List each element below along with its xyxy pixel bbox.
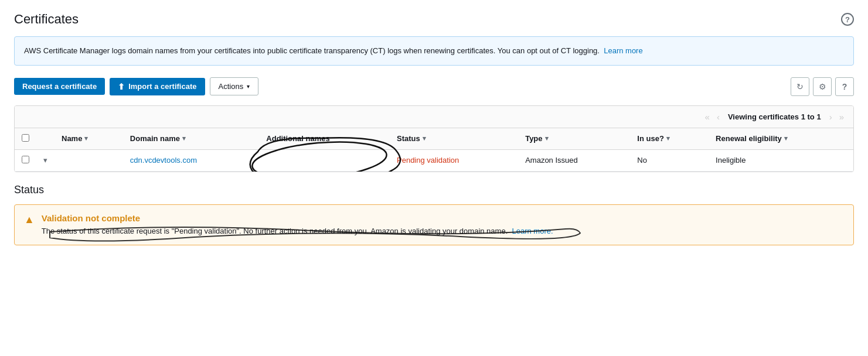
table-row[interactable]: ▾ cdn.vcdevtools.com Pending validation … — [15, 149, 853, 171]
request-cert-label: Request a certificate — [22, 82, 97, 91]
alert-title: Validation not complete — [42, 213, 553, 223]
settings-button[interactable]: ⚙ — [813, 77, 832, 96]
actions-dropdown-button[interactable]: Actions ▾ — [210, 77, 259, 95]
pagination-text: Viewing certificates 1 to 1 — [728, 112, 821, 121]
last-page-button[interactable]: » — [837, 111, 846, 123]
type-sort-icon[interactable]: ▾ — [545, 135, 549, 142]
renewal-eligibility-col-header: Renewal eligibility ▾ — [709, 128, 853, 150]
additional-names-col-label: Additional names — [266, 134, 329, 143]
status-sort-icon[interactable]: ▾ — [423, 135, 426, 142]
select-all-header — [15, 128, 36, 150]
request-certificate-button[interactable]: Request a certificate — [14, 78, 105, 95]
status-col-header: Status ▾ — [390, 128, 518, 150]
certificates-table: Name ▾ Domain name ▾ Additional names — [15, 128, 853, 172]
refresh-button[interactable]: ↻ — [791, 77, 809, 96]
actions-label: Actions — [219, 82, 244, 91]
prev-page-button[interactable]: ‹ — [714, 111, 722, 123]
next-page-button[interactable]: › — [827, 111, 835, 123]
additional-names-col-header: Additional names — [259, 128, 390, 150]
row-additional-names-cell — [259, 149, 390, 171]
alert-warning-icon: ▲ — [24, 214, 35, 226]
page-help-icon[interactable]: ? — [841, 13, 854, 26]
type-col-header: Type ▾ — [518, 128, 630, 150]
status-section-title: Status — [14, 184, 854, 196]
table-body: ▾ cdn.vcdevtools.com Pending validation … — [15, 149, 853, 171]
info-banner-learn-more-link[interactable]: Learn more — [604, 46, 642, 55]
alert-learn-more-link[interactable]: Learn more. — [512, 227, 553, 235]
domain-sort-icon[interactable]: ▾ — [182, 135, 186, 142]
table-header: Name ▾ Domain name ▾ Additional names — [15, 128, 853, 150]
import-cert-label: Import a certificate — [128, 82, 196, 91]
validation-alert: ▲ Validation not complete The status of … — [14, 204, 854, 246]
select-all-checkbox[interactable] — [22, 134, 29, 142]
row-expand-cell[interactable]: ▾ — [36, 149, 55, 171]
in-use-sort-icon[interactable]: ▾ — [666, 135, 670, 142]
help-icon: ? — [842, 82, 847, 91]
row-in-use-cell: No — [630, 149, 709, 171]
row-status-cell: Pending validation — [390, 149, 518, 171]
renewal-eligibility-col-label: Renewal eligibility — [716, 134, 782, 143]
actions-chevron-icon: ▾ — [247, 83, 250, 90]
alert-content: Validation not complete The status of th… — [42, 213, 553, 237]
row-checkbox-cell — [15, 149, 36, 171]
alert-message: The status of this certificate request i… — [42, 225, 553, 237]
certificates-table-container: « ‹ Viewing certificates 1 to 1 › » Name — [14, 105, 854, 172]
upload-icon: ⬆ — [118, 82, 125, 91]
table-top-bar: « ‹ Viewing certificates 1 to 1 › » — [15, 106, 853, 128]
status-section: Status ▲ Validation not complete The sta… — [14, 184, 854, 246]
name-col-label: Name — [62, 134, 82, 143]
toolbar-right: ↻ ⚙ ? — [791, 77, 854, 96]
alert-message-text: The status of this certificate request i… — [42, 227, 508, 235]
status-pending-text: Pending validation — [397, 156, 459, 165]
row-renewal-eligibility-cell: Ineligible — [709, 149, 853, 171]
refresh-icon: ↻ — [796, 82, 804, 91]
expand-col-header — [36, 128, 55, 150]
row-type-cell: Amazon Issued — [518, 149, 630, 171]
row-domain-name-cell[interactable]: cdn.vcdevtools.com — [123, 149, 259, 171]
status-col-label: Status — [397, 134, 420, 143]
first-page-button[interactable]: « — [703, 111, 712, 123]
expand-icon: ▾ — [43, 156, 47, 165]
toolbar-left: Request a certificate ⬆ Import a certifi… — [14, 77, 258, 95]
page-title: Certificates — [14, 12, 79, 27]
info-banner-text: AWS Certificate Manager logs domain name… — [24, 46, 600, 55]
domain-col-label: Domain name — [130, 134, 180, 143]
in-use-col-header: In use? ▾ — [630, 128, 709, 150]
domain-name-col-header: Domain name ▾ — [123, 128, 259, 150]
type-col-label: Type — [525, 134, 542, 143]
toolbar: Request a certificate ⬆ Import a certifi… — [14, 77, 854, 96]
row-name-cell — [55, 149, 123, 171]
row-checkbox[interactable] — [22, 156, 29, 163]
renewal-sort-icon[interactable]: ▾ — [784, 135, 788, 142]
help-button[interactable]: ? — [835, 77, 854, 96]
pagination-controls: « ‹ Viewing certificates 1 to 1 › » — [703, 111, 846, 123]
name-col-header: Name ▾ — [55, 128, 123, 150]
name-sort-icon[interactable]: ▾ — [84, 135, 88, 142]
info-banner: AWS Certificate Manager logs domain name… — [14, 36, 854, 66]
import-certificate-button[interactable]: ⬆ Import a certificate — [110, 78, 205, 95]
in-use-col-label: In use? — [637, 134, 664, 143]
settings-icon: ⚙ — [819, 82, 826, 91]
